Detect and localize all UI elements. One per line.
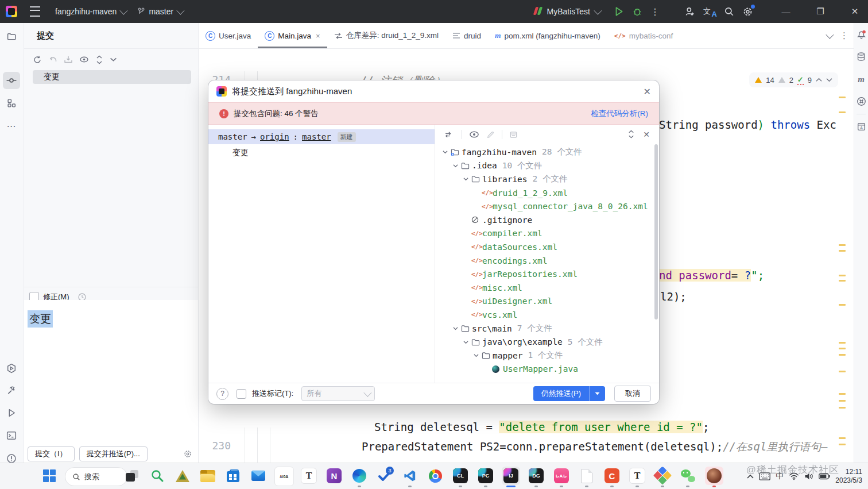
tab-main-java[interactable]: C Main.java × — [258, 23, 327, 48]
rollback-icon[interactable] — [48, 55, 57, 64]
tab-list-chevron-icon[interactable] — [826, 31, 834, 39]
chevron-down-icon[interactable] — [463, 340, 471, 344]
pycharm-icon[interactable]: PC — [476, 467, 495, 485]
kite-app-icon[interactable] — [653, 467, 672, 485]
tab-repo-diff[interactable]: 仓库差异: druid_1_2_9.xml — [327, 23, 445, 48]
shelve-icon[interactable] — [64, 55, 73, 64]
tree-row[interactable]: .gitignore — [435, 213, 654, 227]
translate-icon[interactable]: 文A — [703, 6, 716, 17]
tree-row[interactable]: </> mysql_connector_java_8_0_26.xml — [435, 199, 654, 213]
remote-branch-link[interactable]: master — [302, 132, 331, 141]
build-tool-icon[interactable] — [3, 382, 20, 399]
branch-widget[interactable]: master — [131, 3, 188, 20]
remote-link[interactable]: origin — [260, 132, 289, 141]
wechat-icon[interactable] — [679, 467, 697, 485]
run-tool-icon[interactable] — [3, 404, 20, 421]
chevron-down-icon[interactable] — [443, 150, 451, 154]
push-spec-row[interactable]: master → origin : master 新建 — [208, 129, 435, 144]
tags-select[interactable]: 所有 — [301, 386, 375, 401]
file-explorer-icon[interactable] — [199, 467, 217, 485]
taskbar-search[interactable]: 搜索 — [65, 467, 127, 486]
inspection-widget[interactable]: 14 2 ✓ 9 — [749, 72, 838, 87]
edit-icon[interactable] — [486, 130, 495, 139]
cancel-button[interactable]: 取消 — [614, 386, 651, 402]
preview-diff-icon[interactable] — [79, 55, 89, 64]
triangle-badge-app-icon[interactable] — [173, 467, 192, 485]
white-text-app-icon[interactable]: /#0A — [274, 467, 294, 486]
tree-row[interactable]: </> uiDesigner.xml — [435, 295, 654, 309]
chevron-down-icon[interactable] — [453, 164, 461, 168]
terminal-tool-icon[interactable] — [3, 427, 20, 444]
tree-scrollbar[interactable] — [654, 144, 658, 319]
settings-button[interactable] — [742, 6, 753, 17]
run-config-selector[interactable]: MyBatisTest — [528, 3, 606, 20]
project-tool-icon[interactable] — [3, 28, 20, 45]
tree-row[interactable]: fangzhihu-maven 28 个文件 — [435, 145, 654, 159]
todo-icon[interactable]: 3 — [375, 467, 394, 485]
close-button[interactable]: ✕ — [842, 0, 868, 23]
tree-row[interactable]: </> compiler.xml — [435, 227, 654, 241]
commit-and-push-button[interactable]: 提交并推送(P)... — [79, 446, 148, 461]
hide-panel-icon[interactable] — [110, 56, 117, 63]
clion-icon[interactable]: CL — [451, 467, 470, 485]
show-diff-icon[interactable] — [445, 130, 455, 139]
documentation-tool-icon[interactable]: A — [854, 122, 868, 132]
tree-row[interactable]: </> jarRepositories.xml — [435, 267, 654, 281]
add-user-icon[interactable] — [684, 6, 695, 17]
minimize-button[interactable]: — — [773, 0, 799, 23]
tree-row[interactable]: UserMapper.java — [435, 363, 654, 376]
more-actions-icon[interactable]: ⋮ — [650, 6, 660, 17]
search-icon[interactable] — [724, 6, 734, 17]
more-tools-icon[interactable]: ⋯ — [3, 117, 20, 134]
preview-diff-icon[interactable] — [469, 130, 479, 138]
tab-options-icon[interactable]: ⋮ — [840, 30, 848, 41]
pink-app-icon[interactable]: ЬАЬ — [552, 467, 571, 485]
vscode-icon[interactable] — [401, 467, 419, 485]
notifications-bell-icon[interactable] — [854, 30, 868, 40]
review-code-analysis-link[interactable]: 检查代码分析(R) — [591, 109, 648, 119]
c-app-icon[interactable]: C — [603, 467, 621, 485]
user-avatar[interactable] — [705, 467, 723, 485]
commit-message-editor[interactable]: 变更 提交（I） 提交并推送(P)... — [24, 300, 198, 463]
maven-tool-icon[interactable]: m — [854, 75, 868, 84]
close-pane-icon[interactable]: ✕ — [643, 130, 650, 139]
chrome-icon[interactable] — [426, 467, 444, 485]
push-tags-checkbox[interactable] — [237, 389, 246, 399]
commit-options-gear-icon[interactable] — [183, 449, 192, 459]
tree-row[interactable]: .idea 10 个文件 — [435, 159, 654, 173]
project-widget[interactable]: fangzhihu-maven — [49, 3, 131, 20]
debug-button[interactable] — [632, 6, 642, 17]
database-tool-icon[interactable] — [854, 52, 868, 61]
document-app-icon[interactable] — [578, 467, 596, 485]
chevron-down-icon[interactable] — [474, 353, 482, 357]
expand-all-icon[interactable] — [627, 130, 635, 138]
refresh-icon[interactable] — [33, 55, 42, 64]
tree-row[interactable]: mapper 1 个文件 — [435, 349, 654, 363]
microsoft-store-icon[interactable] — [224, 467, 242, 485]
tree-row[interactable]: java\org\example 5 个文件 — [435, 335, 654, 349]
tree-row[interactable]: </> encodings.xml — [435, 254, 654, 268]
commit-tool-icon[interactable] — [3, 72, 20, 89]
clock[interactable]: 12:11 2023/5/3 — [835, 468, 862, 485]
maximize-button[interactable]: ❐ — [807, 0, 834, 23]
prev-problem-icon[interactable] — [816, 78, 822, 82]
commit-button[interactable]: 提交（I） — [28, 446, 75, 461]
tree-row[interactable]: src\main 7 个文件 — [435, 322, 654, 336]
task-view-icon[interactable] — [123, 467, 141, 485]
everything-search-icon[interactable] — [148, 467, 166, 485]
structure-tool-icon[interactable] — [3, 94, 20, 111]
expand-all-icon[interactable] — [95, 55, 103, 64]
push-options-arrow[interactable] — [589, 386, 605, 401]
tree-row[interactable]: </> dataSources.xml — [435, 240, 654, 254]
dialog-close-icon[interactable]: ✕ — [644, 86, 651, 97]
tab-pom-xml[interactable]: m pom.xml (fangzhihu-maven) — [488, 23, 607, 48]
tab-user-java[interactable]: C User.java — [199, 23, 258, 48]
chevron-down-icon[interactable] — [453, 326, 461, 330]
changes-group-row[interactable]: 变更 — [33, 70, 191, 84]
datagrip-icon[interactable]: DG — [527, 467, 545, 485]
main-menu-icon[interactable] — [30, 6, 40, 17]
changelist-icon[interactable] — [509, 130, 518, 139]
services-tool-icon[interactable] — [3, 360, 20, 377]
edge-icon[interactable] — [350, 467, 369, 485]
run-button[interactable] — [614, 6, 624, 17]
